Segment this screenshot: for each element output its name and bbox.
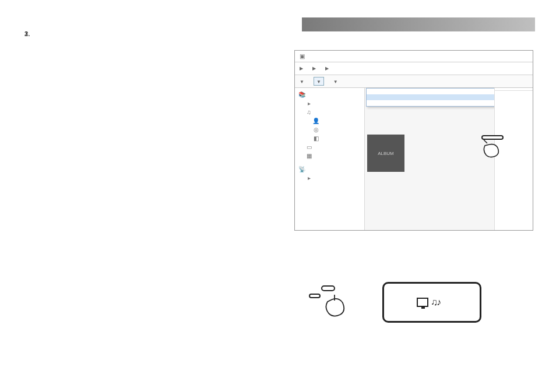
wmp-main-pane: ALBUM <box>365 88 533 230</box>
wmp-app-icon: ▣ <box>298 53 305 59</box>
wmp-sidebar: 📚 ▸ ♫ 👤 ◎ ◧ ▭ ▦ 📡 ▸ <box>295 88 365 230</box>
picture-icon: ▦ <box>305 153 312 159</box>
monitor-icon <box>417 298 428 307</box>
device-icon: ▸ <box>305 175 312 181</box>
toolbar-create-playlist[interactable]: ▼ <box>333 78 338 84</box>
wmp-breadcrumb[interactable]: ▶ ▶ ▶ <box>295 62 533 75</box>
section-tab <box>302 17 535 31</box>
library-icon: 📚 <box>298 91 305 98</box>
figure-mode-button <box>309 285 347 319</box>
side-videos[interactable]: ▭ <box>295 143 364 151</box>
playlist-icon: ▸ <box>305 100 312 107</box>
pointing-hand-icon <box>481 140 504 160</box>
chevron-right-icon: ▶ <box>312 66 316 71</box>
chevron-down-icon: ▼ <box>316 79 321 84</box>
callout-2-group <box>481 135 504 162</box>
music-icon: ♫ <box>305 109 312 115</box>
side-pictures[interactable]: ▦ <box>295 151 364 160</box>
side-music[interactable]: ♫ <box>295 108 364 116</box>
pointing-hand-icon <box>322 294 347 319</box>
album-art[interactable]: ALBUM <box>367 135 404 172</box>
side-genre[interactable]: ◧ <box>295 134 364 143</box>
callout-3-number <box>309 294 321 298</box>
side-album[interactable]: ◎ <box>295 125 364 134</box>
network-icon: 📡 <box>298 166 305 172</box>
toolbar-organize[interactable]: ▼ <box>300 78 304 84</box>
person-icon: 👤 <box>312 118 319 124</box>
wmp-toolbar: ▼ ▼ ▼ <box>295 75 533 88</box>
callout-2-number <box>481 135 504 140</box>
side-other-libraries[interactable]: 📡 <box>295 165 364 174</box>
lcd-display: ♫♪ <box>382 282 481 323</box>
side-library[interactable]: 📚 <box>295 90 364 99</box>
chevron-down-icon: ▼ <box>300 79 304 84</box>
video-icon: ▭ <box>305 144 312 150</box>
chevron-right-icon: ▶ <box>300 66 303 71</box>
music-notes-icon: ♫♪ <box>431 297 440 308</box>
toolbar-stream[interactable]: ▼ <box>314 77 324 86</box>
chevron-down-icon: ▼ <box>333 79 338 84</box>
col-title[interactable] <box>495 88 533 91</box>
chevron-right-icon: ▶ <box>325 66 329 71</box>
mode-button[interactable] <box>321 285 335 291</box>
disc-icon: ◎ <box>312 126 319 133</box>
side-playlists[interactable]: ▸ <box>295 99 364 108</box>
tag-icon: ◧ <box>312 135 319 142</box>
wmp-titlebar: ▣ <box>295 51 533 62</box>
lcd-icons: ♫♪ <box>417 297 440 308</box>
side-roberts[interactable]: ▸ <box>295 174 364 182</box>
side-artist[interactable]: 👤 <box>295 116 364 125</box>
